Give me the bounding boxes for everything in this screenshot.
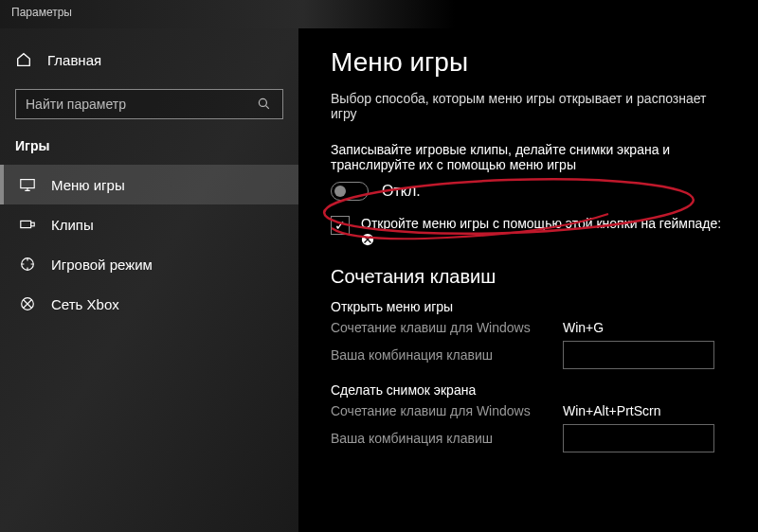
home-icon [15,51,32,68]
shortcut-custom-label: Ваша комбинация клавиш [331,431,563,446]
content-pane: Меню игры Выбор способа, которым меню иг… [298,28,758,532]
sidebar-item-label: Меню игры [51,177,125,193]
monitor-icon [19,176,36,193]
shortcut-custom-input[interactable] [563,341,714,369]
search-box[interactable] [15,89,283,119]
xbox-button-icon [361,233,721,249]
shortcut-row-windows: Сочетание клавиш для Windows Win+Alt+Prt… [331,403,726,418]
shortcut-group-screenshot: Сделать снимок экрана Сочетание клавиш д… [331,382,726,452]
record-setting-label: Записывайте игровые клипы, делайте снимк… [331,142,726,172]
sidebar-category: Игры [0,138,298,165]
shortcut-group-open: Открыть меню игры Сочетание клавиш для W… [331,299,726,369]
page-description: Выбор способа, которым меню игры открыва… [331,91,726,121]
clips-icon [19,216,36,233]
sidebar-item-label: Сеть Xbox [51,296,119,312]
record-toggle-row: Откл. [331,182,726,201]
shortcut-custom-input[interactable] [563,424,714,452]
shortcuts-heading: Сочетания клавиш [331,266,726,288]
sidebar-home[interactable]: Главная [0,44,298,76]
gamepad-checkbox-row: ✓ Откройте меню игры с помощью этой кноп… [331,216,726,249]
shortcut-row-windows: Сочетание клавиш для Windows Win+G [331,320,726,335]
svg-point-0 [259,98,266,106]
shortcut-windows-value: Win+Alt+PrtScrn [563,403,660,418]
game-mode-icon [19,256,36,273]
search-input[interactable] [26,97,256,112]
svg-rect-1 [21,180,34,188]
shortcut-custom-label: Ваша комбинация клавиш [331,347,563,363]
shortcut-windows-label: Сочетание клавиш для Windows [331,320,563,335]
record-toggle[interactable] [331,182,369,201]
toggle-state-label: Откл. [382,183,421,200]
shortcut-windows-value: Win+G [563,320,604,335]
shortcut-row-custom: Ваша комбинация клавиш [331,424,726,452]
page-title: Меню игры [331,47,726,78]
shortcut-group-title: Сделать снимок экрана [331,382,726,398]
sidebar-item-label: Клипы [51,217,94,233]
sidebar-home-label: Главная [47,52,101,68]
sidebar-item-game-mode[interactable]: Игровой режим [0,244,298,284]
svg-rect-2 [21,221,31,227]
sidebar-item-clips[interactable]: Клипы [0,204,298,244]
svg-rect-3 [31,222,35,226]
shortcut-row-custom: Ваша комбинация клавиш [331,341,726,369]
window-title: Параметры [11,6,72,19]
sidebar: Главная Игры Меню игры [0,28,298,532]
app-body: Главная Игры Меню игры [0,28,758,532]
search-icon [256,96,273,113]
gamepad-checkbox-label: Откройте меню игры с помощью этой кнопки… [361,216,721,231]
shortcut-windows-label: Сочетание клавиш для Windows [331,403,563,418]
xbox-icon [19,295,36,312]
sidebar-item-game-bar[interactable]: Меню игры [0,165,298,204]
sidebar-item-label: Игровой режим [51,257,153,273]
window-title-bar: Параметры [0,0,758,28]
toggle-knob [334,186,346,197]
shortcut-group-title: Открыть меню игры [331,299,726,314]
sidebar-item-xbox-network[interactable]: Сеть Xbox [0,284,298,324]
gamepad-checkbox[interactable]: ✓ [331,216,350,235]
